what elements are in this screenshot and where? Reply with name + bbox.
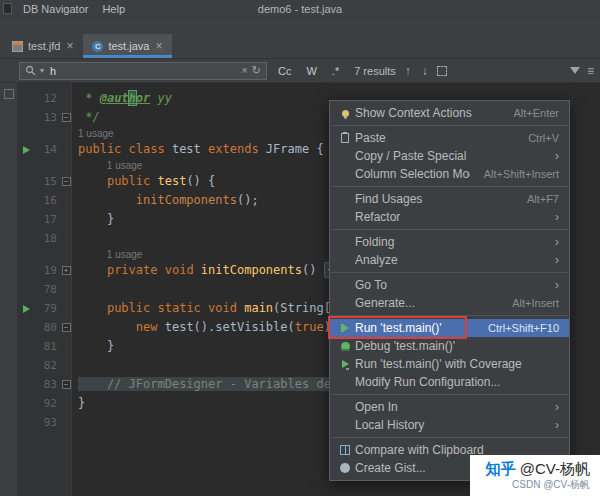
watermark-line1: 知乎 @CV-杨帆 <box>486 460 590 479</box>
menu-separator <box>331 315 568 316</box>
fold-minus-icon[interactable]: − <box>62 113 71 122</box>
regex-toggle[interactable]: .* <box>328 64 343 78</box>
code-token <box>78 174 107 188</box>
context-menu-item-analyze[interactable]: Analyze› <box>330 251 569 269</box>
usage-inlay-hint[interactable]: 1 usage <box>107 159 143 172</box>
context-menu-item-debug-test-main[interactable]: Debug 'test.main()' <box>330 337 569 355</box>
menu-separator <box>331 272 568 273</box>
line-number: 80 <box>34 318 60 337</box>
menu-item-label: Column Selection Mode <box>355 167 470 181</box>
code-token <box>78 193 136 207</box>
context-actions-icon <box>342 110 349 117</box>
code-token: private void <box>107 263 201 277</box>
fold-cell <box>60 280 72 299</box>
fold-cell: − <box>60 375 72 394</box>
context-menu-item-modify-run-configuration[interactable]: Modify Run Configuration... <box>330 373 569 391</box>
left-tool-window-bar <box>0 83 18 496</box>
titlebar: DB NavigatorHelp demo6 - test.java <box>0 0 600 18</box>
tab-test-java[interactable]: Ctest.java× <box>83 34 172 58</box>
gutter-marker-cell <box>18 394 34 413</box>
search-match: h <box>129 91 136 105</box>
menu-item-label: Show Context Actions <box>355 106 499 120</box>
filter-icon[interactable] <box>570 67 580 74</box>
usage-inlay-hint[interactable]: 1 usage <box>107 248 143 261</box>
debug-icon <box>341 342 350 351</box>
menubar-item-db-navigator[interactable]: DB Navigator <box>16 0 95 18</box>
gutter-marker-cell <box>18 280 34 299</box>
menu-icon-slot <box>335 133 355 143</box>
fold-minus-icon[interactable]: − <box>62 323 71 332</box>
code-token: main <box>244 301 273 315</box>
menu-item-label: Modify Run Configuration... <box>355 375 559 389</box>
line-number: 16 <box>34 191 60 210</box>
gutter-marker-cell <box>18 210 34 229</box>
search-field[interactable]: ▾ × ↻ <box>19 62 267 80</box>
clear-search-icon[interactable]: × <box>241 65 247 76</box>
match-case-toggle[interactable]: Cc <box>274 64 295 78</box>
select-all-occurrences-icon[interactable] <box>437 66 447 76</box>
gutter-marker-cell <box>18 229 34 248</box>
context-menu-item-generate[interactable]: Generate...Alt+Insert <box>330 294 569 312</box>
fold-minus-icon[interactable]: − <box>62 380 71 389</box>
close-tab-icon[interactable]: × <box>65 40 74 52</box>
previous-match-button[interactable]: ↑ <box>403 64 413 78</box>
code-token: () { <box>186 174 215 188</box>
context-menu-item-folding[interactable]: Folding› <box>330 233 569 251</box>
tab-label: test.jfd <box>28 40 60 52</box>
code-token: } <box>78 396 85 410</box>
run-gutter-icon[interactable] <box>23 305 30 313</box>
code-token: public class <box>78 142 172 156</box>
run-gutter-cell[interactable] <box>18 140 34 159</box>
context-menu-item-run-test-main-with-coverage[interactable]: Run 'test.main()' with Coverage <box>330 355 569 373</box>
words-toggle[interactable]: W <box>302 64 320 78</box>
next-match-button[interactable]: ↓ <box>420 64 430 78</box>
fold-cell <box>60 337 72 356</box>
context-menu-item-show-context-actions[interactable]: Show Context ActionsAlt+Enter <box>330 104 569 122</box>
context-menu-item-run-test-main[interactable]: Run 'test.main()'Ctrl+Shift+F10 <box>330 319 569 337</box>
tab-test-jfd[interactable]: test.jfd× <box>3 34 83 58</box>
menu-icon-slot <box>335 445 355 455</box>
menubar: DB NavigatorHelp <box>16 0 132 18</box>
line-number: 81 <box>34 337 60 356</box>
find-options-icon[interactable]: ≡ <box>587 64 594 78</box>
usage-inlay-hint[interactable]: 1 usage <box>78 127 114 140</box>
code-token: or <box>136 91 150 105</box>
code-token: test <box>172 142 208 156</box>
menu-icon-slot <box>335 342 355 351</box>
menubar-item-help[interactable]: Help <box>95 0 132 18</box>
toolbar-strip <box>0 18 600 34</box>
line-number: 93 <box>34 413 60 432</box>
line-number: 92 <box>34 394 60 413</box>
gutter-marker-cell <box>18 337 34 356</box>
context-menu-item-go-to[interactable]: Go To› <box>330 276 569 294</box>
fold-minus-icon[interactable]: − <box>62 177 71 186</box>
context-menu-item-open-in[interactable]: Open In› <box>330 398 569 416</box>
menu-shortcut: Ctrl+V <box>528 132 559 144</box>
code-token: test <box>157 174 186 188</box>
context-menu-item-local-history[interactable]: Local History› <box>330 416 569 434</box>
code-token: */ <box>78 110 100 124</box>
search-input[interactable] <box>48 64 237 78</box>
menu-icon-slot <box>335 463 355 473</box>
code-token <box>78 301 107 315</box>
line-number: 17 <box>34 210 60 229</box>
close-tab-icon[interactable]: × <box>154 40 163 52</box>
search-history-caret-icon[interactable]: ▾ <box>40 66 44 75</box>
run-gutter-cell[interactable] <box>18 299 34 318</box>
tool-window-button[interactable] <box>4 89 14 99</box>
line-number: 14 <box>34 140 60 159</box>
ide-window: DB NavigatorHelp demo6 - test.java test.… <box>0 0 600 496</box>
fold-cell: + <box>60 261 72 280</box>
context-menu-item-refactor[interactable]: Refactor› <box>330 208 569 226</box>
run-gutter-icon[interactable] <box>23 146 30 154</box>
search-history-icon[interactable]: ↻ <box>252 65 261 76</box>
context-menu-item-paste[interactable]: PasteCtrl+V <box>330 129 569 147</box>
fold-plus-icon[interactable]: + <box>62 266 71 275</box>
context-menu-item-find-usages[interactable]: Find UsagesAlt+F7 <box>330 190 569 208</box>
context-menu-item-column-selection-mode[interactable]: Column Selection ModeAlt+Shift+Insert <box>330 165 569 183</box>
code-token <box>78 263 107 277</box>
context-menu-item-copy-paste-special[interactable]: Copy / Paste Special› <box>330 147 569 165</box>
line-number: 12 <box>34 89 60 108</box>
line-number: 82 <box>34 356 60 375</box>
submenu-arrow-icon: › <box>555 400 559 414</box>
